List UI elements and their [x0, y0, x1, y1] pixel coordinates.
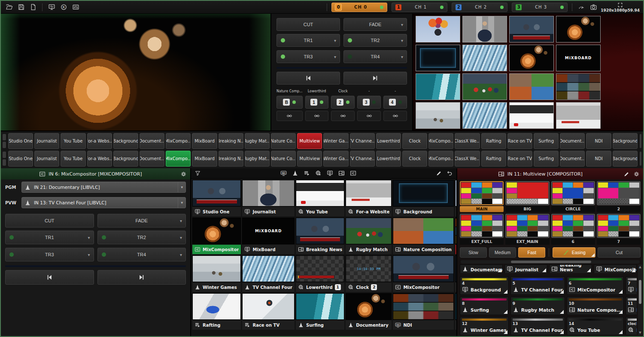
filter-playlist-icon[interactable]	[304, 170, 310, 176]
pvw-source-button[interactable]: MixCompo...	[428, 151, 453, 167]
compositor-input-item[interactable]: clock For-a Website	[626, 317, 637, 335]
multiview-source-cell[interactable]	[416, 45, 460, 71]
multiview-source-cell[interactable]	[416, 102, 460, 129]
pvw-source-button[interactable]: Clock	[402, 151, 427, 167]
layout-preset[interactable]: EXT_MAIN	[505, 214, 549, 245]
pvw-source-button[interactable]: Race on TV	[507, 151, 532, 167]
pvw-source-button[interactable]: You Tube	[61, 151, 85, 167]
channel-button[interactable]: 0 CH 0	[331, 3, 387, 12]
compositor-input-item[interactable]: 8 Surfing	[460, 297, 509, 315]
multiview-source-cell[interactable]	[462, 45, 507, 71]
pgm-source-button[interactable]: Background	[613, 133, 638, 149]
skip-to-start-button[interactable]	[5, 270, 94, 285]
pvw-source-button[interactable]: For-a Webs...	[87, 151, 112, 167]
compositor-input-item[interactable]: 6 MixCompositor	[567, 276, 624, 295]
source-tile[interactable]: Background	[393, 180, 453, 216]
gear-icon[interactable]	[633, 171, 640, 177]
source-tile[interactable]: MixCompositor	[393, 255, 453, 292]
source-tile[interactable]: Winter Games	[192, 255, 241, 292]
pgm-source-button[interactable]: For-a Webs...	[87, 133, 112, 149]
source-tile[interactable]: MixCompositor	[192, 218, 241, 254]
multiview-source-cell[interactable]	[509, 102, 554, 129]
source-tile[interactable]: Surfing	[296, 293, 344, 330]
tr-transition-button[interactable]: TR4 ▾	[343, 50, 407, 63]
tr-transition-button[interactable]: TR2 ▾	[97, 231, 186, 244]
new-project-icon[interactable]	[28, 3, 38, 12]
layout-preset[interactable]: 2	[597, 181, 641, 212]
multiview-source-cell[interactable]: MiXBOARD	[556, 45, 601, 71]
source-tile[interactable]: Documentary	[455, 180, 456, 216]
compositor-input-item-partial[interactable]: Breaking News	[549, 264, 592, 273]
source-tile[interactable]: Rafting	[192, 293, 241, 330]
layout-preset[interactable]: CIRCLE	[551, 181, 595, 212]
filter-ndi-icon[interactable]	[280, 170, 287, 176]
pgm-source-button[interactable]: Clock	[402, 133, 427, 149]
compositor-input-item[interactable]: 14 You Tube	[567, 317, 624, 335]
pvw-source-button[interactable]: MixBoard	[192, 151, 217, 167]
pgm-source-button[interactable]: Rafting	[481, 133, 506, 149]
pgm-source-button[interactable]: You Tube	[61, 133, 85, 149]
compositor-input-item[interactable]: 11 Multiview	[626, 297, 637, 315]
skip-to-start-button[interactable]	[276, 72, 340, 85]
pvw-source-button[interactable]: Nature Co...	[271, 151, 296, 167]
layout-preset[interactable]: MAIN	[460, 181, 504, 212]
layout-preset[interactable]: 6	[551, 214, 595, 245]
row-scroll-indicator[interactable]	[2, 133, 7, 149]
pvw-source-button[interactable]: Background	[113, 151, 138, 167]
source-tile[interactable]: Documentary	[346, 293, 392, 330]
cut-button[interactable]: CUT	[276, 18, 340, 31]
scroll-down-arrow[interactable]: ▼	[639, 331, 641, 334]
filter-screen-capture-icon[interactable]	[327, 170, 333, 176]
source-tile[interactable]: Lowerthird 1	[296, 255, 344, 292]
source-tile[interactable]: MiXBOARD MixBoard	[242, 218, 295, 254]
edit-pencil-icon[interactable]	[623, 171, 630, 177]
source-tile[interactable]: For-a Website	[346, 180, 392, 216]
fade-button[interactable]: FADE▾	[97, 214, 186, 228]
bus-link-button[interactable]	[357, 111, 381, 121]
speed-medium-button[interactable]: Medium	[489, 247, 516, 258]
pgm-source-button[interactable]: NDI	[586, 133, 611, 149]
source-tile[interactable]: Nature Composition	[393, 218, 453, 254]
pgm-source-button[interactable]: Lowerthird	[376, 133, 401, 149]
compositor-input-item[interactable]: 5 TV Channel Four	[510, 276, 565, 295]
pgm-source-button[interactable]: Document...	[560, 133, 585, 149]
scroll-up-arrow[interactable]: ▲	[639, 265, 641, 269]
pvw-source-button[interactable]: Lowerthird	[376, 151, 401, 167]
row-scroll-indicator[interactable]	[2, 151, 7, 167]
source-tile[interactable]: NDI	[393, 293, 453, 330]
tr-transition-button[interactable]: TR1 ▾	[276, 34, 340, 47]
channel-button[interactable]: 3 CH 3	[512, 3, 568, 12]
audio-mixer-icon[interactable]	[71, 3, 80, 12]
compositor-input-item-partial[interactable]: Journalist	[504, 264, 547, 273]
source-tile[interactable]: Journalist	[242, 180, 295, 216]
compositor-input-item[interactable]: 13 TV Channel Four	[510, 317, 565, 335]
pvw-source-button[interactable]: Winter Ga...	[323, 151, 348, 167]
edit-pencil-icon[interactable]	[436, 170, 442, 176]
pvw-source-button[interactable]: Breaking N...	[219, 151, 243, 167]
fade-button[interactable]: FADE▾	[343, 18, 407, 31]
pgm-source-dropdown[interactable]: IN 21: Documentary [LIBVLC] ▾	[21, 182, 186, 193]
scrollbar-thumb[interactable]	[639, 280, 641, 304]
tr-transition-button[interactable]: TR4 ▾	[97, 248, 186, 261]
pvw-source-button[interactable]: MixCompo...	[166, 151, 191, 167]
pvw-source-button[interactable]: Surfing	[534, 151, 559, 167]
cut-mode-button[interactable]: Cut	[598, 247, 641, 258]
layout-preset[interactable]: 7	[597, 214, 641, 245]
source-tile[interactable]: Rugby Match	[346, 218, 392, 254]
pgm-source-button[interactable]: MixCompo...	[166, 133, 191, 149]
tr-transition-button[interactable]: TR3 ▾	[5, 248, 94, 261]
row-scroll-indicator[interactable]	[639, 151, 642, 167]
filter-multiview-icon[interactable]	[338, 170, 345, 176]
monitor-waveform-icon[interactable]	[47, 3, 56, 12]
compositor-input-item[interactable]: 9 Rugby Match	[510, 297, 565, 315]
pgm-source-button[interactable]: MixBoard	[192, 133, 217, 149]
pvw-source-button[interactable]: NDI	[586, 151, 611, 167]
multiview-source-cell[interactable]	[416, 16, 460, 43]
source-tile[interactable]: Breaking News	[296, 218, 344, 254]
source-tile[interactable]: Background	[455, 293, 456, 330]
skip-to-end-button[interactable]	[343, 72, 407, 85]
source-tile[interactable]: MULTI CAMERA ClassX Website	[455, 255, 456, 292]
pgm-source-button[interactable]: Document...	[140, 133, 164, 149]
multiview-source-cell[interactable]	[462, 73, 507, 100]
source-tile[interactable]: Multiview	[455, 218, 456, 254]
